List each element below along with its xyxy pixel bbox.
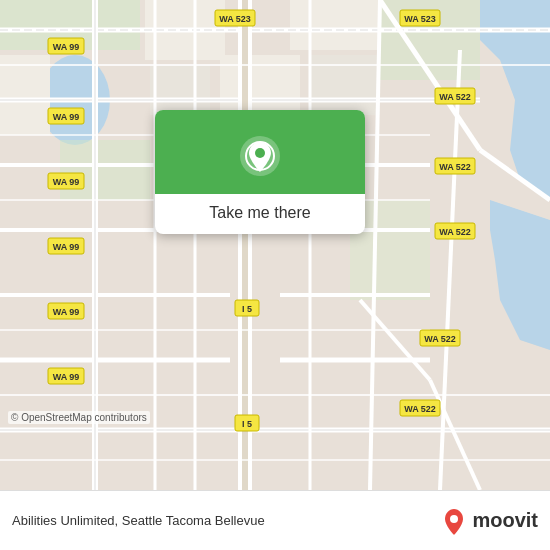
location-card[interactable]: Take me there bbox=[155, 110, 365, 234]
copyright-text: © OpenStreetMap contributors bbox=[8, 411, 150, 424]
moovit-logo: moovit bbox=[440, 507, 538, 535]
svg-text:WA 522: WA 522 bbox=[424, 334, 456, 344]
take-me-there-label: Take me there bbox=[193, 194, 326, 234]
svg-rect-4 bbox=[60, 140, 150, 200]
svg-rect-9 bbox=[150, 65, 210, 115]
svg-text:WA 522: WA 522 bbox=[439, 162, 471, 172]
svg-text:WA 99: WA 99 bbox=[53, 242, 80, 252]
moovit-brand-name: moovit bbox=[472, 509, 538, 532]
svg-text:I 5: I 5 bbox=[242, 304, 252, 314]
svg-text:WA 523: WA 523 bbox=[404, 14, 436, 24]
svg-text:WA 99: WA 99 bbox=[53, 372, 80, 382]
svg-text:WA 99: WA 99 bbox=[53, 177, 80, 187]
svg-rect-8 bbox=[290, 0, 380, 50]
svg-rect-6 bbox=[0, 55, 50, 135]
svg-point-76 bbox=[255, 148, 265, 158]
moovit-pin-icon bbox=[440, 507, 468, 535]
svg-text:WA 522: WA 522 bbox=[404, 404, 436, 414]
map-container: WA 99 WA 99 WA 99 WA 99 WA 99 WA 99 WA 5… bbox=[0, 0, 550, 490]
svg-point-77 bbox=[450, 515, 458, 523]
svg-text:WA 99: WA 99 bbox=[53, 307, 80, 317]
location-pin-icon bbox=[238, 134, 282, 178]
svg-text:WA 99: WA 99 bbox=[53, 112, 80, 122]
svg-text:WA 522: WA 522 bbox=[439, 227, 471, 237]
svg-text:I 5: I 5 bbox=[242, 419, 252, 429]
card-green-area bbox=[155, 110, 365, 194]
svg-text:WA 522: WA 522 bbox=[439, 92, 471, 102]
svg-text:WA 523: WA 523 bbox=[219, 14, 251, 24]
svg-text:WA 99: WA 99 bbox=[53, 42, 80, 52]
location-info: Abilities Unlimited, Seattle Tacoma Bell… bbox=[12, 513, 265, 528]
bottom-bar: Abilities Unlimited, Seattle Tacoma Bell… bbox=[0, 490, 550, 550]
